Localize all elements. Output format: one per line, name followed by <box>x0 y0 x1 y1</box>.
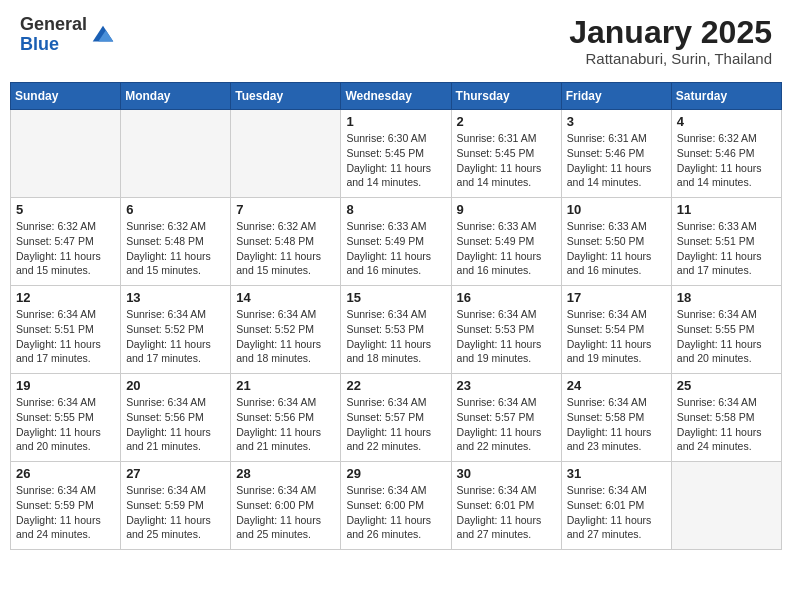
day-number: 17 <box>567 290 666 305</box>
day-info: Sunrise: 6:32 AMSunset: 5:48 PMDaylight:… <box>126 219 225 278</box>
day-number: 7 <box>236 202 335 217</box>
calendar-day-cell: 7Sunrise: 6:32 AMSunset: 5:48 PMDaylight… <box>231 198 341 286</box>
calendar-day-cell: 25Sunrise: 6:34 AMSunset: 5:58 PMDayligh… <box>671 374 781 462</box>
day-info: Sunrise: 6:33 AMSunset: 5:49 PMDaylight:… <box>346 219 445 278</box>
day-number: 22 <box>346 378 445 393</box>
day-info: Sunrise: 6:34 AMSunset: 5:53 PMDaylight:… <box>346 307 445 366</box>
day-info: Sunrise: 6:34 AMSunset: 5:56 PMDaylight:… <box>126 395 225 454</box>
calendar-day-cell: 15Sunrise: 6:34 AMSunset: 5:53 PMDayligh… <box>341 286 451 374</box>
weekday-header: Monday <box>121 83 231 110</box>
calendar-day-cell: 29Sunrise: 6:34 AMSunset: 6:00 PMDayligh… <box>341 462 451 550</box>
day-info: Sunrise: 6:31 AMSunset: 5:46 PMDaylight:… <box>567 131 666 190</box>
logo-general-text: General <box>20 14 87 34</box>
day-number: 26 <box>16 466 115 481</box>
day-number: 28 <box>236 466 335 481</box>
day-info: Sunrise: 6:34 AMSunset: 5:59 PMDaylight:… <box>16 483 115 542</box>
day-number: 29 <box>346 466 445 481</box>
calendar-header-row: SundayMondayTuesdayWednesdayThursdayFrid… <box>11 83 782 110</box>
calendar-day-cell: 9Sunrise: 6:33 AMSunset: 5:49 PMDaylight… <box>451 198 561 286</box>
day-number: 24 <box>567 378 666 393</box>
title-block: January 2025 Rattanaburi, Surin, Thailan… <box>569 15 772 67</box>
weekday-header: Sunday <box>11 83 121 110</box>
day-number: 18 <box>677 290 776 305</box>
day-number: 14 <box>236 290 335 305</box>
day-info: Sunrise: 6:34 AMSunset: 5:55 PMDaylight:… <box>16 395 115 454</box>
day-number: 13 <box>126 290 225 305</box>
day-info: Sunrise: 6:33 AMSunset: 5:51 PMDaylight:… <box>677 219 776 278</box>
day-info: Sunrise: 6:30 AMSunset: 5:45 PMDaylight:… <box>346 131 445 190</box>
calendar-day-cell <box>231 110 341 198</box>
weekday-header: Saturday <box>671 83 781 110</box>
day-number: 31 <box>567 466 666 481</box>
weekday-header: Thursday <box>451 83 561 110</box>
day-number: 16 <box>457 290 556 305</box>
day-info: Sunrise: 6:34 AMSunset: 5:57 PMDaylight:… <box>457 395 556 454</box>
calendar-week-row: 26Sunrise: 6:34 AMSunset: 5:59 PMDayligh… <box>11 462 782 550</box>
calendar-day-cell: 16Sunrise: 6:34 AMSunset: 5:53 PMDayligh… <box>451 286 561 374</box>
calendar-day-cell: 5Sunrise: 6:32 AMSunset: 5:47 PMDaylight… <box>11 198 121 286</box>
calendar-day-cell: 8Sunrise: 6:33 AMSunset: 5:49 PMDaylight… <box>341 198 451 286</box>
calendar-day-cell: 24Sunrise: 6:34 AMSunset: 5:58 PMDayligh… <box>561 374 671 462</box>
calendar-day-cell: 13Sunrise: 6:34 AMSunset: 5:52 PMDayligh… <box>121 286 231 374</box>
calendar-day-cell: 18Sunrise: 6:34 AMSunset: 5:55 PMDayligh… <box>671 286 781 374</box>
day-info: Sunrise: 6:34 AMSunset: 5:57 PMDaylight:… <box>346 395 445 454</box>
day-info: Sunrise: 6:34 AMSunset: 5:52 PMDaylight:… <box>236 307 335 366</box>
day-info: Sunrise: 6:34 AMSunset: 5:59 PMDaylight:… <box>126 483 225 542</box>
day-number: 3 <box>567 114 666 129</box>
calendar-day-cell <box>671 462 781 550</box>
weekday-header: Friday <box>561 83 671 110</box>
calendar-day-cell: 3Sunrise: 6:31 AMSunset: 5:46 PMDaylight… <box>561 110 671 198</box>
day-info: Sunrise: 6:34 AMSunset: 5:58 PMDaylight:… <box>567 395 666 454</box>
calendar-day-cell: 2Sunrise: 6:31 AMSunset: 5:45 PMDaylight… <box>451 110 561 198</box>
calendar-week-row: 1Sunrise: 6:30 AMSunset: 5:45 PMDaylight… <box>11 110 782 198</box>
calendar-day-cell: 1Sunrise: 6:30 AMSunset: 5:45 PMDaylight… <box>341 110 451 198</box>
day-info: Sunrise: 6:34 AMSunset: 5:53 PMDaylight:… <box>457 307 556 366</box>
day-info: Sunrise: 6:34 AMSunset: 6:01 PMDaylight:… <box>457 483 556 542</box>
day-info: Sunrise: 6:32 AMSunset: 5:46 PMDaylight:… <box>677 131 776 190</box>
day-number: 20 <box>126 378 225 393</box>
calendar-day-cell: 17Sunrise: 6:34 AMSunset: 5:54 PMDayligh… <box>561 286 671 374</box>
day-number: 11 <box>677 202 776 217</box>
weekday-header: Wednesday <box>341 83 451 110</box>
day-info: Sunrise: 6:34 AMSunset: 6:00 PMDaylight:… <box>346 483 445 542</box>
day-info: Sunrise: 6:33 AMSunset: 5:49 PMDaylight:… <box>457 219 556 278</box>
day-number: 2 <box>457 114 556 129</box>
calendar-day-cell: 21Sunrise: 6:34 AMSunset: 5:56 PMDayligh… <box>231 374 341 462</box>
calendar-day-cell <box>11 110 121 198</box>
calendar-week-row: 5Sunrise: 6:32 AMSunset: 5:47 PMDaylight… <box>11 198 782 286</box>
location-subtitle: Rattanaburi, Surin, Thailand <box>569 50 772 67</box>
day-info: Sunrise: 6:34 AMSunset: 5:54 PMDaylight:… <box>567 307 666 366</box>
day-info: Sunrise: 6:32 AMSunset: 5:47 PMDaylight:… <box>16 219 115 278</box>
day-number: 8 <box>346 202 445 217</box>
day-number: 27 <box>126 466 225 481</box>
calendar-day-cell: 28Sunrise: 6:34 AMSunset: 6:00 PMDayligh… <box>231 462 341 550</box>
day-number: 30 <box>457 466 556 481</box>
calendar-day-cell: 22Sunrise: 6:34 AMSunset: 5:57 PMDayligh… <box>341 374 451 462</box>
calendar-table: SundayMondayTuesdayWednesdayThursdayFrid… <box>10 82 782 550</box>
calendar-day-cell: 14Sunrise: 6:34 AMSunset: 5:52 PMDayligh… <box>231 286 341 374</box>
day-number: 4 <box>677 114 776 129</box>
day-number: 9 <box>457 202 556 217</box>
day-number: 5 <box>16 202 115 217</box>
day-info: Sunrise: 6:34 AMSunset: 5:56 PMDaylight:… <box>236 395 335 454</box>
day-number: 15 <box>346 290 445 305</box>
day-info: Sunrise: 6:34 AMSunset: 5:52 PMDaylight:… <box>126 307 225 366</box>
calendar-day-cell: 6Sunrise: 6:32 AMSunset: 5:48 PMDaylight… <box>121 198 231 286</box>
logo: General Blue <box>20 15 117 55</box>
weekday-header: Tuesday <box>231 83 341 110</box>
calendar-day-cell: 4Sunrise: 6:32 AMSunset: 5:46 PMDaylight… <box>671 110 781 198</box>
day-info: Sunrise: 6:32 AMSunset: 5:48 PMDaylight:… <box>236 219 335 278</box>
logo-icon <box>89 21 117 49</box>
calendar-day-cell: 23Sunrise: 6:34 AMSunset: 5:57 PMDayligh… <box>451 374 561 462</box>
day-number: 23 <box>457 378 556 393</box>
calendar-day-cell: 26Sunrise: 6:34 AMSunset: 5:59 PMDayligh… <box>11 462 121 550</box>
day-info: Sunrise: 6:33 AMSunset: 5:50 PMDaylight:… <box>567 219 666 278</box>
day-info: Sunrise: 6:34 AMSunset: 6:00 PMDaylight:… <box>236 483 335 542</box>
day-number: 21 <box>236 378 335 393</box>
day-number: 25 <box>677 378 776 393</box>
calendar-day-cell: 11Sunrise: 6:33 AMSunset: 5:51 PMDayligh… <box>671 198 781 286</box>
page-header: General Blue January 2025 Rattanaburi, S… <box>10 10 782 72</box>
day-info: Sunrise: 6:34 AMSunset: 5:51 PMDaylight:… <box>16 307 115 366</box>
month-title: January 2025 <box>569 15 772 50</box>
calendar-week-row: 19Sunrise: 6:34 AMSunset: 5:55 PMDayligh… <box>11 374 782 462</box>
